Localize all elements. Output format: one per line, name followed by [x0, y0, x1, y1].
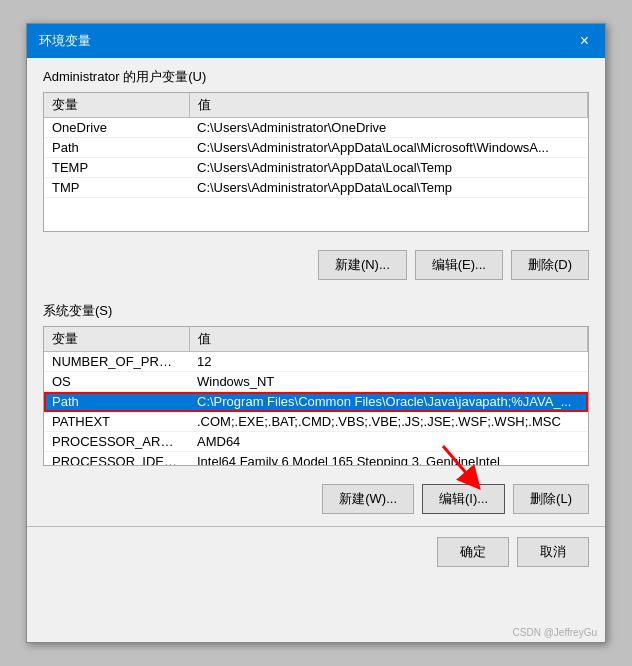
dialog-title: 环境变量	[39, 32, 91, 50]
system-table-col-var: 变量	[44, 327, 189, 352]
val-cell: AMD64	[189, 432, 588, 452]
val-cell: C:\Users\Administrator\OneDrive	[189, 118, 588, 138]
var-cell: PROCESSOR_IDENTIFIER	[44, 452, 189, 467]
table-row[interactable]: PATHEXT.COM;.EXE;.BAT;.CMD;.VBS;.VBE;.JS…	[44, 412, 588, 432]
user-variables-table-container[interactable]: 变量 值 OneDriveC:\Users\Administrator\OneD…	[43, 92, 589, 232]
var-cell: Path	[44, 138, 189, 158]
system-delete-button[interactable]: 删除(L)	[513, 484, 589, 514]
footer-row: 确定 取消	[27, 526, 605, 577]
var-cell: Path	[44, 392, 189, 412]
table-row[interactable]: PathC:\Users\Administrator\AppData\Local…	[44, 138, 588, 158]
user-delete-button[interactable]: 删除(D)	[511, 250, 589, 280]
table-row[interactable]: PathC:\Program Files\Common Files\Oracle…	[44, 392, 588, 412]
user-buttons-row: 新建(N)... 编辑(E)... 删除(D)	[27, 242, 605, 288]
val-cell: C:\Program Files\Common Files\Oracle\Jav…	[189, 392, 588, 412]
var-cell: OS	[44, 372, 189, 392]
user-variables-section: Administrator 的用户变量(U) 变量 值 OneDriveC:\U…	[27, 58, 605, 242]
val-cell: Intel64 Family 6 Model 165 Stepping 3, G…	[189, 452, 588, 467]
table-row[interactable]: TEMPC:\Users\Administrator\AppData\Local…	[44, 158, 588, 178]
user-table-col-val: 值	[189, 93, 588, 118]
var-cell: TEMP	[44, 158, 189, 178]
val-cell: Windows_NT	[189, 372, 588, 392]
var-cell: NUMBER_OF_PROCESSORS	[44, 352, 189, 372]
table-row[interactable]: PROCESSOR_ARCHITEC...AMD64	[44, 432, 588, 452]
cancel-button[interactable]: 取消	[517, 537, 589, 567]
var-cell: PATHEXT	[44, 412, 189, 432]
val-cell: C:\Users\Administrator\AppData\Local\Tem…	[189, 158, 588, 178]
table-row[interactable]: NUMBER_OF_PROCESSORS12	[44, 352, 588, 372]
system-table-col-val: 值	[189, 327, 588, 352]
system-section-label: 系统变量(S)	[43, 302, 589, 320]
table-row[interactable]: OSWindows_NT	[44, 372, 588, 392]
user-new-button[interactable]: 新建(N)...	[318, 250, 407, 280]
system-variables-table-container[interactable]: 变量 值 NUMBER_OF_PROCESSORS12OSWindows_NTP…	[43, 326, 589, 466]
system-new-button[interactable]: 新建(W)...	[322, 484, 414, 514]
user-section-label: Administrator 的用户变量(U)	[43, 68, 589, 86]
system-buttons-row: 新建(W)... 编辑(I)... 删除(L)	[27, 476, 605, 522]
environment-variables-dialog: 环境变量 × Administrator 的用户变量(U) 变量 值 OneDr…	[26, 23, 606, 643]
title-bar: 环境变量 ×	[27, 24, 605, 58]
val-cell: C:\Users\Administrator\AppData\Local\Tem…	[189, 178, 588, 198]
system-variables-section: 系统变量(S) 变量 值 NUMBER_OF_PROCESSORS12OSWin…	[27, 292, 605, 476]
val-cell: 12	[189, 352, 588, 372]
user-table-col-var: 变量	[44, 93, 189, 118]
ok-button[interactable]: 确定	[437, 537, 509, 567]
table-row[interactable]: OneDriveC:\Users\Administrator\OneDrive	[44, 118, 588, 138]
val-cell: .COM;.EXE;.BAT;.CMD;.VBS;.VBE;.JS;.JSE;.…	[189, 412, 588, 432]
val-cell: C:\Users\Administrator\AppData\Local\Mic…	[189, 138, 588, 158]
system-edit-button[interactable]: 编辑(I)...	[422, 484, 505, 514]
user-variables-table: 变量 值 OneDriveC:\Users\Administrator\OneD…	[44, 93, 588, 198]
user-edit-button[interactable]: 编辑(E)...	[415, 250, 503, 280]
system-variables-table: 变量 值 NUMBER_OF_PROCESSORS12OSWindows_NTP…	[44, 327, 588, 466]
close-button[interactable]: ×	[576, 33, 593, 49]
var-cell: OneDrive	[44, 118, 189, 138]
var-cell: PROCESSOR_ARCHITEC...	[44, 432, 189, 452]
var-cell: TMP	[44, 178, 189, 198]
watermark: CSDN @JeffreyGu	[513, 627, 597, 638]
table-row[interactable]: PROCESSOR_IDENTIFIERIntel64 Family 6 Mod…	[44, 452, 588, 467]
table-row[interactable]: TMPC:\Users\Administrator\AppData\Local\…	[44, 178, 588, 198]
